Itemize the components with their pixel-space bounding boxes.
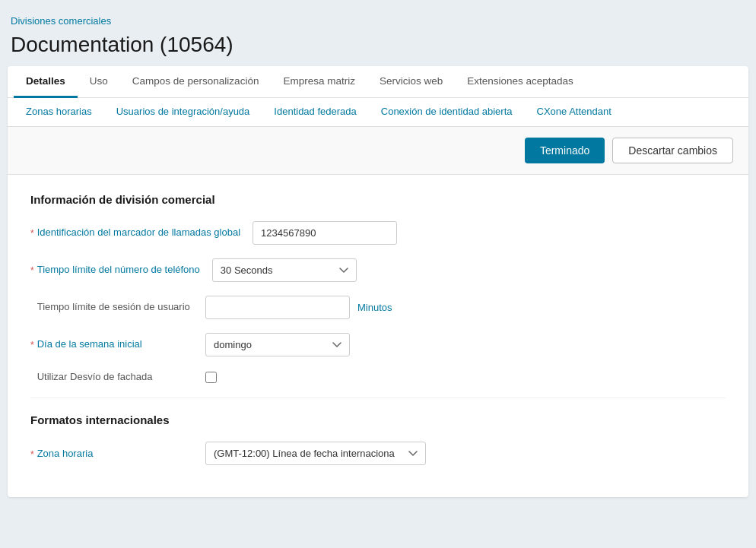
tabs-row-1: Detalles Uso Campos de personalización E… <box>8 66 748 98</box>
tab-identidad[interactable]: Identidad federada <box>262 98 368 127</box>
section-divider <box>30 398 726 398</box>
caller-id-label: * Identificación del marcador de llamada… <box>30 226 253 240</box>
weekday-label-text: Día de la semana inicial <box>37 337 193 351</box>
section2-title: Formatos internacionales <box>30 413 726 426</box>
facade-row: * Utilizar Desvío de fachada <box>30 370 726 384</box>
session-timeout-label-text: Tiempo límite de sesión de usuario <box>37 300 193 314</box>
toolbar: Terminado Descartar cambios <box>8 127 748 175</box>
required-star-2: * <box>30 264 34 277</box>
page-title: Documentation (10564) <box>8 30 748 66</box>
tabs-row-2: Zonas horarias Usuarios de integración/a… <box>8 98 748 127</box>
session-timeout-input[interactable] <box>205 296 350 319</box>
breadcrumb[interactable]: Divisiones comerciales <box>8 8 748 30</box>
form-section: Información de división comercial * Iden… <box>8 175 748 497</box>
session-timeout-label: * Tiempo límite de sesión de usuario <box>30 300 205 314</box>
tab-empresa[interactable]: Empresa matriz <box>271 66 367 98</box>
facade-checkbox[interactable] <box>205 372 217 383</box>
tab-extensiones[interactable]: Extensiones aceptadas <box>455 66 586 98</box>
timezone-label-text: Zona horaria <box>37 448 94 459</box>
required-star-4: * <box>30 449 34 460</box>
phone-timeout-select[interactable]: 10 Seconds 20 Seconds 30 Seconds 60 Seco… <box>212 258 357 282</box>
session-timeout-row: * Tiempo límite de sesión de usuario Min… <box>30 296 726 319</box>
facade-label: * Utilizar Desvío de fachada <box>30 370 205 384</box>
weekday-select[interactable]: domingo lunes martes miércoles jueves vi… <box>205 333 350 356</box>
facade-checkbox-wrapper <box>205 372 217 383</box>
session-suffix: Minutos <box>357 302 392 313</box>
phone-timeout-row: * Tiempo límite del número de teléfono 1… <box>30 258 726 282</box>
tab-servicios[interactable]: Servicios web <box>367 66 455 98</box>
tab-usuarios[interactable]: Usuarios de integración/ayuda <box>104 98 262 127</box>
facade-label-text: Utilizar Desvío de fachada <box>37 370 193 384</box>
phone-timeout-label-text: Tiempo límite del número de teléfono <box>37 263 200 277</box>
weekday-row: * Día de la semana inicial domingo lunes… <box>30 333 726 356</box>
main-card: Detalles Uso Campos de personalización E… <box>8 66 748 497</box>
required-star-1: * <box>30 227 34 240</box>
weekday-label: * Día de la semana inicial <box>30 337 205 352</box>
discard-button[interactable]: Descartar cambios <box>612 138 733 163</box>
phone-timeout-label: * Tiempo límite del número de teléfono <box>30 263 212 277</box>
section1-title: Información de división comercial <box>30 193 726 206</box>
tab-campos[interactable]: Campos de personalización <box>120 66 272 98</box>
required-star-3: * <box>30 339 34 352</box>
caller-id-row: * Identificación del marcador de llamada… <box>30 221 726 245</box>
timezone-row: * Zona horaria (GMT-12:00) Línea de fech… <box>30 442 726 465</box>
timezone-select[interactable]: (GMT-12:00) Línea de fecha internaciona … <box>205 442 426 465</box>
tab-detalles[interactable]: Detalles <box>14 66 78 98</box>
timezone-label: * Zona horaria <box>30 448 205 460</box>
tab-zonas[interactable]: Zonas horarias <box>14 98 104 127</box>
tab-conexion[interactable]: Conexión de identidad abierta <box>369 98 525 127</box>
tab-uso[interactable]: Uso <box>78 66 120 98</box>
tab-cxone[interactable]: CXone Attendant <box>525 98 624 127</box>
caller-id-input[interactable] <box>253 221 397 245</box>
done-button[interactable]: Terminado <box>525 138 605 163</box>
caller-id-label-text: Identificación del marcador de llamadas … <box>37 226 240 239</box>
